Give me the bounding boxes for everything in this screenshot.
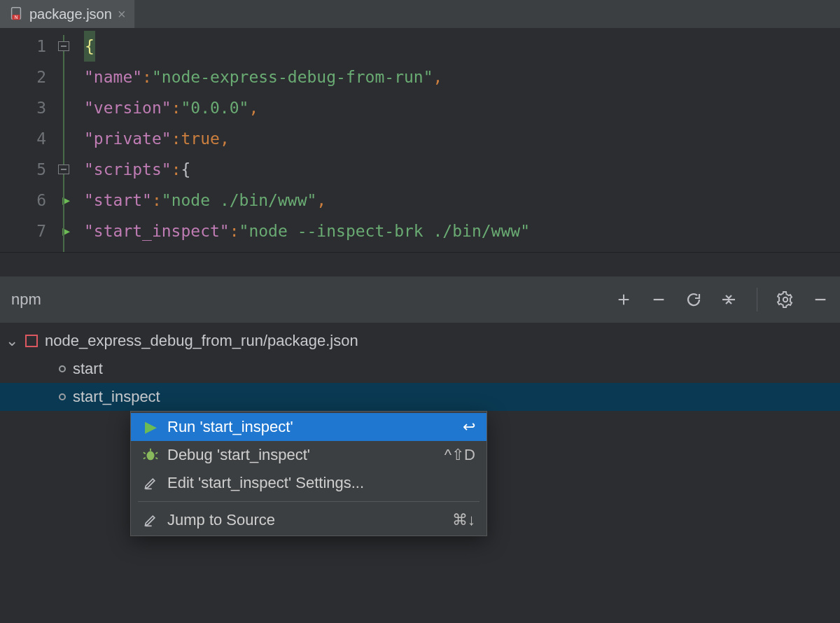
run-icon: ▶ [142, 418, 159, 436]
svg-point-7 [783, 298, 788, 302]
ctx-menu-jump-to-source[interactable]: Jump to Source ⌘↓ [131, 506, 486, 534]
remove-icon[interactable] [649, 290, 668, 309]
line-number: 7 [36, 216, 46, 246]
hide-panel-icon[interactable] [811, 290, 830, 309]
close-tab-icon[interactable]: × [118, 6, 126, 22]
collapse-all-icon[interactable] [719, 290, 738, 309]
line-number: 5 [36, 154, 46, 185]
tab-bar: N package.json × [0, 0, 840, 28]
npm-toolbar [614, 288, 830, 312]
editor-body[interactable]: 1 2 3 4 5 6▶ 7▶ 8 { "name": "node-expres… [0, 28, 840, 252]
line-number: 2 [36, 62, 46, 92]
ctx-menu-separator [138, 501, 479, 502]
script-label: start [73, 360, 103, 378]
line-number: 4 [36, 123, 46, 154]
ctx-menu-edit-settings[interactable]: Edit 'start_inspect' Settings... [131, 469, 486, 497]
context-menu: ▶ Run 'start_inspect' ↩ Debug 'start_ins… [130, 411, 487, 536]
ctx-menu-shortcut: ⌘↓ [452, 511, 475, 529]
tab-filename: package.json [29, 6, 112, 22]
npm-file-icon: N [8, 6, 24, 22]
code-text[interactable]: { "name": "node-express-debug-from-run",… [80, 28, 840, 252]
script-label: start_inspect [73, 388, 160, 406]
script-bullet-icon [59, 365, 66, 372]
editor-pane: N package.json × 1 2 3 4 5 6▶ 7▶ 8 { "na [0, 0, 840, 252]
svg-text:N: N [15, 15, 18, 20]
chevron-down-icon[interactable]: ⌄ [6, 332, 18, 350]
fold-gutter[interactable] [56, 28, 80, 252]
file-tab-package-json[interactable]: N package.json × [0, 0, 135, 28]
tree-root-package-json[interactable]: ⌄ node_express_debug_from_run/package.js… [0, 327, 840, 355]
toolbar-separator [757, 288, 757, 312]
svg-line-14 [155, 458, 158, 459]
npm-scripts-tree[interactable]: ⌄ node_express_debug_from_run/package.js… [0, 323, 840, 411]
refresh-icon[interactable] [684, 290, 704, 309]
settings-gear-icon[interactable] [776, 290, 795, 309]
tree-root-label: node_express_debug_from_run/package.json [45, 332, 358, 350]
ctx-menu-run[interactable]: ▶ Run 'start_inspect' ↩ [131, 413, 486, 441]
ctx-menu-shortcut: ↩ [463, 418, 475, 436]
npm-panel-title: npm [10, 290, 41, 309]
npm-panel-header: npm [0, 276, 840, 323]
add-icon[interactable] [614, 290, 634, 309]
svg-line-11 [144, 452, 146, 454]
line-number: 3 [36, 92, 46, 123]
pencil-icon [142, 476, 159, 490]
ctx-menu-label: Run 'start_inspect' [167, 418, 293, 436]
svg-point-9 [147, 451, 155, 461]
line-number: 1 [36, 31, 46, 62]
pencil-icon [142, 513, 159, 527]
svg-line-13 [144, 458, 146, 459]
ctx-menu-label: Edit 'start_inspect' Settings... [167, 474, 364, 492]
script-item-start-inspect[interactable]: start_inspect [0, 383, 840, 411]
bug-icon [142, 447, 159, 463]
fold-toggle-icon[interactable] [58, 164, 69, 174]
svg-line-12 [155, 452, 158, 454]
ctx-menu-label: Debug 'start_inspect' [167, 446, 310, 464]
line-number: 6 [36, 185, 46, 216]
ctx-menu-label: Jump to Source [167, 511, 275, 529]
fold-toggle-icon[interactable] [58, 41, 69, 51]
ctx-menu-debug[interactable]: Debug 'start_inspect' ^⇧D [131, 441, 486, 469]
gutter[interactable]: 1 2 3 4 5 6▶ 7▶ 8 [0, 28, 56, 252]
ctx-menu-shortcut: ^⇧D [444, 446, 475, 464]
line-number: 8 [36, 246, 46, 252]
script-bullet-icon [59, 393, 66, 400]
script-item-start[interactable]: start [0, 355, 840, 383]
package-json-icon [25, 335, 38, 347]
npm-tool-window: npm ⌄ node_express_debug_from_run/packag… [0, 252, 840, 623]
